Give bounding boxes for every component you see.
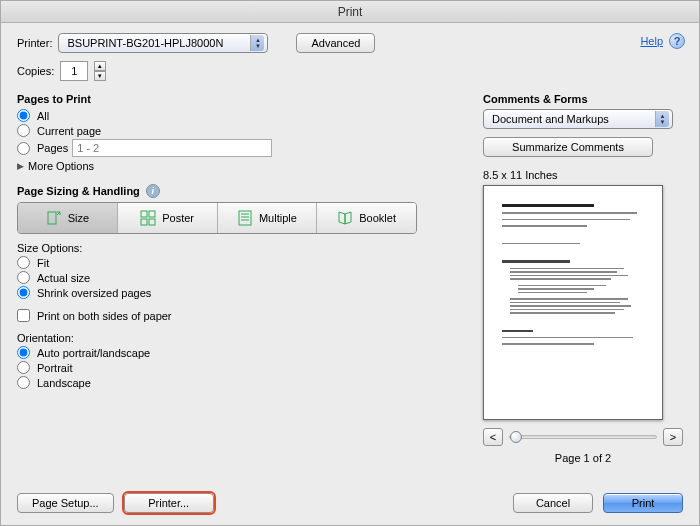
radio-all[interactable]: All [17, 109, 459, 122]
size-icon [46, 210, 62, 226]
main-columns: Pages to Print All Current page Pages ▶ … [17, 81, 683, 464]
svg-rect-1 [141, 211, 147, 217]
radio-fit-label: Fit [37, 257, 49, 269]
stepper-down-icon[interactable]: ▾ [94, 71, 106, 81]
info-icon[interactable]: i [146, 184, 160, 198]
booklet-icon [337, 210, 353, 226]
summarize-button[interactable]: Summarize Comments [483, 137, 653, 157]
seg-size[interactable]: Size [18, 203, 118, 233]
bottom-bar: Page Setup... Printer... Cancel Print [17, 483, 683, 513]
radio-actual-input[interactable] [17, 271, 30, 284]
size-options-label: Size Options: [17, 242, 459, 254]
select-arrows-icon: ▲▼ [250, 35, 264, 51]
seg-booklet[interactable]: Booklet [317, 203, 416, 233]
multiple-icon [237, 210, 253, 226]
svg-rect-4 [149, 219, 155, 225]
slider-thumb-icon[interactable] [510, 431, 522, 443]
radio-current-label: Current page [37, 125, 101, 137]
radio-actual-label: Actual size [37, 272, 90, 284]
page-preview [483, 185, 663, 420]
radio-shrink-input[interactable] [17, 286, 30, 299]
seg-multiple-label: Multiple [259, 212, 297, 224]
seg-poster-label: Poster [162, 212, 194, 224]
seg-booklet-label: Booklet [359, 212, 396, 224]
comments-select[interactable]: Document and Markups ▲▼ [483, 109, 673, 129]
printer-button[interactable]: Printer... [124, 493, 214, 513]
copies-label: Copies: [17, 65, 54, 77]
radio-auto-input[interactable] [17, 346, 30, 359]
duplex-label: Print on both sides of paper [37, 310, 172, 322]
dialog-content: Help ? Printer: BSUPRINT-BG201-HPLJ8000N… [1, 23, 699, 525]
zoom-slider[interactable] [509, 435, 657, 439]
prev-page-button[interactable]: < [483, 428, 503, 446]
seg-size-label: Size [68, 212, 89, 224]
radio-auto-orient[interactable]: Auto portrait/landscape [17, 346, 459, 359]
radio-portrait-label: Portrait [37, 362, 72, 374]
printer-select[interactable]: BSUPRINT-BG201-HPLJ8000N ▲▼ [58, 33, 268, 53]
disclosure-triangle-icon: ▶ [17, 161, 24, 171]
radio-landscape-label: Landscape [37, 377, 91, 389]
cancel-button[interactable]: Cancel [513, 493, 593, 513]
next-page-button[interactable]: > [663, 428, 683, 446]
radio-pages-label: Pages [37, 142, 68, 154]
copies-row: Copies: ▴ ▾ [17, 61, 683, 81]
radio-portrait-input[interactable] [17, 361, 30, 374]
radio-landscape[interactable]: Landscape [17, 376, 459, 389]
more-options[interactable]: ▶ More Options [17, 160, 459, 172]
radio-current[interactable]: Current page [17, 124, 459, 137]
preview-dims: 8.5 x 11 Inches [483, 169, 683, 181]
svg-rect-5 [239, 211, 251, 225]
radio-current-input[interactable] [17, 124, 30, 137]
more-options-label: More Options [28, 160, 94, 172]
help-link[interactable]: Help [640, 35, 663, 47]
printer-label: Printer: [17, 37, 52, 49]
sizing-heading: Page Sizing & Handling i [17, 184, 459, 198]
advanced-button[interactable]: Advanced [296, 33, 375, 53]
radio-pages-input[interactable] [17, 142, 30, 155]
page-setup-button[interactable]: Page Setup... [17, 493, 114, 513]
left-column: Pages to Print All Current page Pages ▶ … [17, 81, 459, 464]
comments-select-value: Document and Markups [492, 113, 609, 125]
radio-pages[interactable]: Pages [17, 139, 459, 157]
help-icon[interactable]: ? [669, 33, 685, 49]
stepper-up-icon[interactable]: ▴ [94, 61, 106, 71]
page-indicator: Page 1 of 2 [483, 452, 683, 464]
select-arrows-icon: ▲▼ [655, 111, 669, 127]
copies-input[interactable] [60, 61, 88, 81]
pages-range-input[interactable] [72, 139, 272, 157]
seg-multiple[interactable]: Multiple [218, 203, 318, 233]
right-column: Comments & Forms Document and Markups ▲▼… [483, 81, 683, 464]
radio-landscape-input[interactable] [17, 376, 30, 389]
radio-portrait[interactable]: Portrait [17, 361, 459, 374]
sizing-heading-text: Page Sizing & Handling [17, 185, 140, 197]
radio-fit-input[interactable] [17, 256, 30, 269]
window-title: Print [338, 5, 363, 19]
printer-row: Printer: BSUPRINT-BG201-HPLJ8000N ▲▼ Adv… [17, 33, 683, 53]
help-area: Help ? [640, 33, 685, 49]
radio-actual[interactable]: Actual size [17, 271, 459, 284]
svg-rect-2 [149, 211, 155, 217]
radio-all-label: All [37, 110, 49, 122]
svg-rect-0 [48, 212, 56, 224]
radio-shrink-label: Shrink oversized pages [37, 287, 151, 299]
copies-stepper[interactable]: ▴ ▾ [94, 61, 106, 81]
print-button[interactable]: Print [603, 493, 683, 513]
radio-shrink[interactable]: Shrink oversized pages [17, 286, 459, 299]
sizing-segmented: Size Poster Multiple [17, 202, 417, 234]
duplex-checkbox[interactable] [17, 309, 30, 322]
duplex-check[interactable]: Print on both sides of paper [17, 309, 459, 322]
pages-heading: Pages to Print [17, 93, 459, 105]
preview-nav: < > [483, 428, 683, 446]
radio-auto-label: Auto portrait/landscape [37, 347, 150, 359]
titlebar: Print [1, 1, 699, 23]
radio-all-input[interactable] [17, 109, 30, 122]
radio-fit[interactable]: Fit [17, 256, 459, 269]
seg-poster[interactable]: Poster [118, 203, 218, 233]
poster-icon [140, 210, 156, 226]
printer-value: BSUPRINT-BG201-HPLJ8000N [67, 37, 223, 49]
comments-heading: Comments & Forms [483, 93, 683, 105]
orientation-label: Orientation: [17, 332, 459, 344]
svg-rect-3 [141, 219, 147, 225]
